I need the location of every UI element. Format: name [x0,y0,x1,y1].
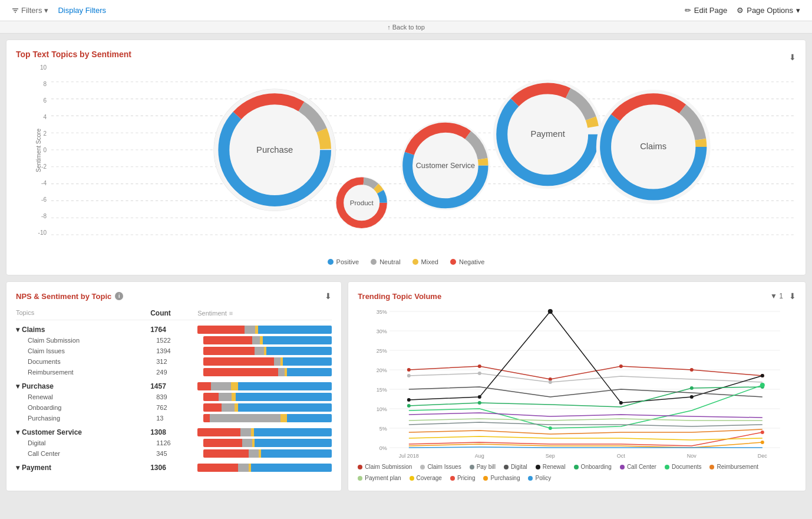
bubble-chart: Sentiment Score 10 8 6 4 2 0 -2 -4 -6 -8… [16,65,796,254]
top-bar-left: Filters ▾ Display Filters [12,6,106,15]
svg-point-63 [407,368,411,372]
trending-header: Trending Topic Volume ▼ 1 ⬇ [358,291,796,301]
svg-text:Payment: Payment [531,129,565,139]
svg-point-77 [761,374,764,377]
svg-point-82 [549,426,552,430]
documents-row: Documents 312 [16,356,332,367]
svg-point-69 [407,374,411,377]
svg-point-79 [478,401,481,405]
page-options-label: Page Options [747,6,793,15]
nps-panel: NPS & Sentiment by Topic i ⬇ Topics Coun… [6,281,342,491]
svg-text:Aug: Aug [475,453,484,459]
edit-page-label: Edit Page [694,6,727,15]
nps-download[interactable]: ⬇ [325,291,332,301]
category-claims: ▾ Claims 1764 Claim Submission 1522 [16,323,332,379]
filters-chevron: ▾ [44,6,48,15]
main-content: Top Text Topics by Sentiment ⬇ Sentiment… [0,34,812,497]
trending-title: Trending Topic Volume [358,292,441,301]
trend-legend: Claim Submission Claim Issues Pay bill D… [358,464,796,481]
renewal-row: Renewal 839 [16,392,332,402]
claim-submission-row: Claim Submission 1522 [16,335,332,346]
back-to-top[interactable]: ↑ Back to top [0,21,812,34]
purchase-bar [197,382,332,390]
y-axis: Sentiment Score 10 8 6 4 2 0 -2 -4 -6 -8… [16,65,51,236]
customer-service-toggle[interactable]: ▾ Customer Service [16,428,150,436]
neutral-dot [371,259,377,265]
svg-point-84 [761,431,764,434]
svg-point-75 [619,401,623,405]
info-icon[interactable]: i [115,292,123,300]
nps-header: NPS & Sentiment by Topic i ⬇ [16,291,332,301]
svg-point-76 [690,395,694,399]
claims-toggle[interactable]: ▾ Claims [16,326,150,334]
category-payment: ▾ Payment 1306 [16,461,332,475]
top-bar-right: ✏ Edit Page ⚙ Page Options ▾ [685,6,800,15]
svg-point-67 [690,368,694,372]
svg-text:Oct: Oct [617,453,626,459]
svg-text:5%: 5% [379,426,387,432]
reimbursement-row: Reimbursement 249 [16,367,332,377]
svg-point-78 [407,404,411,408]
positive-dot [328,259,334,265]
legend-neutral: Neutral [371,258,400,265]
svg-text:20%: 20% [377,367,387,373]
svg-text:15%: 15% [377,387,387,393]
digital-row: Digital 1126 [16,438,332,448]
payment-toggle[interactable]: ▾ Payment [16,464,150,472]
display-filters-button[interactable]: Display Filters [58,6,106,15]
svg-point-72 [407,398,411,402]
bubble-chart-legend: Positive Neutral Mixed Negative [16,258,796,265]
y-axis-label: Sentiment Score [35,129,42,172]
table-body: ▾ Claims 1764 Claim Submission 1522 [16,323,332,475]
trending-panel: Trending Topic Volume ▼ 1 ⬇ 35% 30% 25% … [348,281,806,491]
chart-inner: Purchase Product Customer Service [51,65,796,254]
filters-button[interactable]: Filters ▾ [12,6,48,15]
trending-controls: ▼ 1 ⬇ [770,291,796,301]
purchase-toggle[interactable]: ▾ Purchase [16,382,150,390]
bottom-row: NPS & Sentiment by Topic i ⬇ Topics Coun… [6,281,806,491]
svg-point-85 [761,441,764,444]
col-sentiment: Sentiment ≡ [197,309,332,317]
table-header: Topics Count Sentiment ≡ [16,307,332,320]
bubbles-svg: Purchase Product Customer Service [51,65,796,254]
page-options-button[interactable]: ⚙ Page Options ▾ [737,6,800,15]
svg-text:Customer Service: Customer Service [416,162,475,170]
claims-bar [197,326,332,334]
filters-label: Filters [21,6,42,15]
svg-text:Nov: Nov [687,453,697,459]
col-count: Count [150,309,197,317]
legend-negative: Negative [450,258,484,265]
svg-point-74 [548,309,553,314]
svg-point-73 [478,395,481,399]
category-purchase: ▾ Purchase 1457 Renewal 839 [16,379,332,425]
call-center-row: Call Center 345 [16,448,332,459]
legend-positive: Positive [328,258,359,265]
edit-page-button[interactable]: ✏ Edit Page [685,6,727,15]
svg-text:Dec: Dec [758,453,768,459]
svg-text:Sep: Sep [546,453,555,459]
trend-svg: 35% 30% 25% 20% 15% 10% 5% 0% [358,306,796,459]
svg-text:10%: 10% [377,406,387,412]
svg-point-66 [619,364,623,368]
bubble-chart-download[interactable]: ⬇ [789,52,796,62]
onboarding-row: Onboarding 762 [16,402,332,413]
negative-dot [450,259,456,265]
bubble-chart-panel: Top Text Topics by Sentiment ⬇ Sentiment… [6,40,806,275]
svg-text:Jul 2018: Jul 2018 [399,453,419,459]
svg-point-70 [478,372,481,375]
svg-text:35%: 35% [377,309,387,315]
svg-text:0%: 0% [379,445,387,451]
trending-download[interactable]: ⬇ [789,291,796,301]
category-customer-service: ▾ Customer Service 1308 Digital 1126 [16,425,332,461]
svg-text:25%: 25% [377,348,387,354]
bubble-chart-title: Top Text Topics by Sentiment [16,50,131,59]
top-bar: Filters ▾ Display Filters ✏ Edit Page ⚙ … [0,0,812,21]
col-topics: Topics [16,309,150,317]
mixed-dot [412,259,418,265]
svg-text:Purchase: Purchase [256,145,293,155]
svg-text:Claims: Claims [640,142,666,151]
svg-point-80 [690,386,694,390]
trend-chart: 35% 30% 25% 20% 15% 10% 5% 0% [358,306,796,459]
svg-point-83 [760,383,765,387]
svg-point-64 [478,364,481,368]
